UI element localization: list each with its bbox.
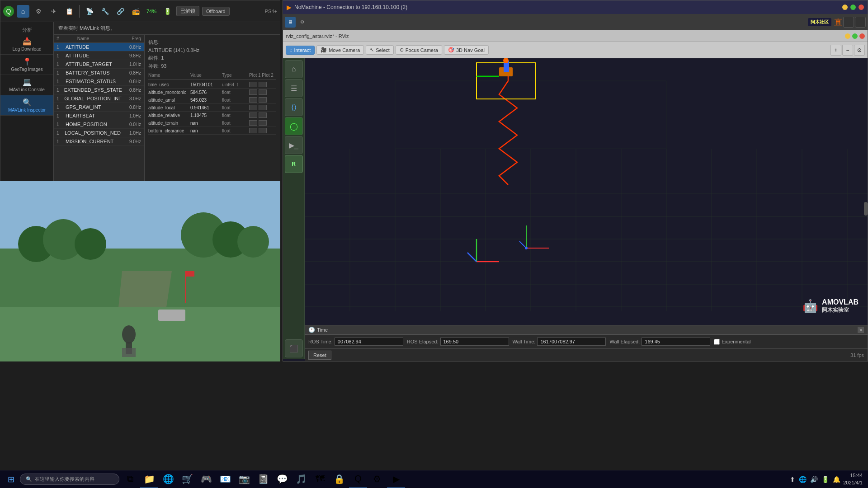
table-row[interactable]: 1 MISSION_CURRENT 9.0Hz [54,137,144,146]
plot2-btn[interactable] [259,128,267,133]
table-row[interactable]: 1 BATTERY_STATUS 0.8Hz [54,69,144,77]
table-row[interactable]: 1 HOME_POSITION 0.0Hz [54,120,144,129]
plot2-btn[interactable] [259,89,267,95]
ros-time-input[interactable] [335,338,403,346]
toolbar-settings-icon[interactable]: ⚙ [32,5,45,18]
rviz-code-btn[interactable]: ⟨⟩ [285,98,303,116]
nomachine-view-btn2[interactable] [855,17,866,28]
rviz-terminal-btn[interactable]: ▶_ [285,136,303,154]
nomachine-icon-1[interactable]: 🖥 [285,17,296,28]
taskbar-app-game[interactable]: 🎮 [197,470,215,488]
rviz-maximize-btn[interactable] [852,33,858,39]
rviz-bottom-btn[interactable]: ⬛ [285,339,303,357]
select-tool-btn[interactable]: ↖ Select [366,45,394,55]
systray-network-icon[interactable]: 🌐 [798,476,807,483]
table-row[interactable]: 1 EXTENDED_SYS_STATE 0.8Hz [54,86,144,94]
rviz-home-btn[interactable]: ⌂ [285,60,303,78]
systray-volume-icon[interactable]: 🔊 [809,476,819,483]
toolbar-rc-icon[interactable]: 📻 [129,5,142,18]
nomachine-icon-2[interactable]: ⚙ [297,17,307,28]
table-row[interactable]: 1 LOCAL_POSITION_NED 1.0Hz [54,129,144,137]
plot2-btn[interactable] [259,105,267,110]
rviz-3d-viewport[interactable]: RViz 🤖 AMOVLAB 阿木实验室 [305,58,868,359]
zoom-in-btn[interactable]: + [830,45,841,56]
taskbar-app-mail[interactable]: 📧 [216,470,234,488]
plot1-btn[interactable] [249,105,257,110]
plot2-btn[interactable] [259,120,267,126]
taskbar-app-maps[interactable]: 🗺 [311,470,329,488]
rviz-minimize-btn[interactable] [845,33,850,39]
wall-time-input[interactable] [537,338,606,346]
experimental-checkbox[interactable] [714,339,720,345]
zoom-out-btn[interactable]: − [842,45,853,56]
detail-table-header: Name Value Type Plot 1 Plot 2 [148,73,276,80]
taskbar-clock[interactable]: 15:44 2021/4/1 [843,472,863,486]
nomachine-close-btn[interactable] [859,5,864,10]
qgc-logo[interactable]: Q [3,6,14,17]
toolbar-telemetry-icon[interactable]: 📡 [83,5,96,18]
toolbar-link-icon[interactable]: 🔗 [114,5,127,18]
taskbar-search[interactable]: 🔍 在这里输入你要搜索的内容 [20,474,119,485]
plot1-btn[interactable] [249,89,257,95]
plot2-btn[interactable] [259,97,267,103]
sidebar-item-mavlink-console[interactable]: 💻 MAVLink Console [0,75,53,95]
toolbar-gps-icon[interactable]: 🔧 [99,5,111,18]
3d-nav-goal-tool-btn[interactable]: 🎯 3D Nav Goal [444,45,489,55]
move-camera-tool-btn[interactable]: 🎥 Move Camera [316,45,364,55]
taskbar-app-settings[interactable]: ⚙ [368,470,386,488]
systray-upload-icon[interactable]: ⬆ [789,476,796,483]
taskbar-app-camera[interactable]: 📷 [235,470,253,488]
plot1-btn[interactable] [249,128,257,133]
taskbar-app-edge[interactable]: 🌐 [159,470,177,488]
toolbar-plan-icon[interactable]: 📋 [63,5,75,18]
table-row[interactable]: 1 ESTIMATOR_STATUS 0.8Hz [54,77,144,86]
sidebar-item-geotag-images[interactable]: 📍 GeoTag Images [0,55,53,75]
focus-camera-tool-btn[interactable]: ⊙ Focus Camera [396,45,442,55]
plot1-btn[interactable] [249,120,257,126]
table-row[interactable]: 1 GPS_RAW_INT 0.8Hz [54,103,144,112]
table-row[interactable]: 1 ATTITUDE 9.8Hz [54,52,144,60]
systray-battery-icon[interactable]: 🔋 [821,476,830,483]
rviz-r-btn[interactable]: R [285,155,303,173]
toolbar-vehicle-icon[interactable]: ✈ [47,5,60,18]
table-row[interactable]: 1 GLOBAL_POSITION_INT 3.0Hz [54,94,144,103]
wall-elapsed-input[interactable] [642,338,710,346]
taskbar-app-qgc[interactable]: Q [349,470,367,488]
sidebar-item-log-download[interactable]: 📥 Log Download [0,34,53,55]
nomachine-view-btn[interactable] [843,17,854,28]
taskbar-app-music[interactable]: 🎵 [292,470,310,488]
table-row[interactable]: 1 ATTITUDE_TARGET 1.0Hz [54,60,144,69]
plot1-btn[interactable] [249,113,257,118]
reset-time-btn[interactable]: Reset [308,351,331,360]
start-button[interactable]: ⊞ [2,470,20,488]
taskbar-app-note[interactable]: 📓 [254,470,272,488]
rviz-close-btn[interactable] [859,33,865,39]
taskbar-app-nomachine[interactable]: ▶ [387,470,405,488]
nomachine-maximize-btn[interactable] [850,5,856,10]
taskbar-app-folder[interactable]: 📁 [140,470,158,488]
rviz-panel-btn[interactable]: ☰ [285,79,303,97]
nomachine-minimize-btn[interactable] [842,5,848,10]
outboard-btn[interactable]: Offboard [202,7,230,16]
plot2-btn[interactable] [259,113,267,118]
rviz-scroll-indicator[interactable] [864,202,868,216]
rviz-circle-btn[interactable]: ◯ [285,117,303,135]
plot1-btn[interactable] [249,97,257,103]
systray-notification-icon[interactable]: 🔔 [832,476,841,483]
plot1-btn[interactable] [249,82,257,87]
taskbar-app-view[interactable]: ⧉ [121,470,139,488]
cn-icon-2[interactable]: 直 [834,17,842,28]
reset-view-btn[interactable]: ⊙ [854,45,865,56]
taskbar-app-security[interactable]: 🔒 [330,470,348,488]
interact-tool-btn[interactable]: ↕ Interact [286,46,315,55]
table-row[interactable]: 1 HEARTBEAT 1.0Hz [54,112,144,120]
ros-elapsed-input[interactable] [440,338,509,346]
flight-mode-btn[interactable]: 已解锁 [176,6,199,16]
taskbar-app-teams[interactable]: 💬 [273,470,291,488]
taskbar-app-store[interactable]: 🛒 [178,470,196,488]
plot2-btn[interactable] [259,82,267,87]
sidebar-item-mavlink-inspector[interactable]: 🔍 MAVLink Inspector [0,95,53,116]
time-panel-close-btn[interactable]: ✕ [858,327,864,333]
toolbar-home-icon[interactable]: ⌂ [17,5,29,18]
table-row[interactable]: 1 ALTITUDE 0.8Hz [54,43,144,52]
